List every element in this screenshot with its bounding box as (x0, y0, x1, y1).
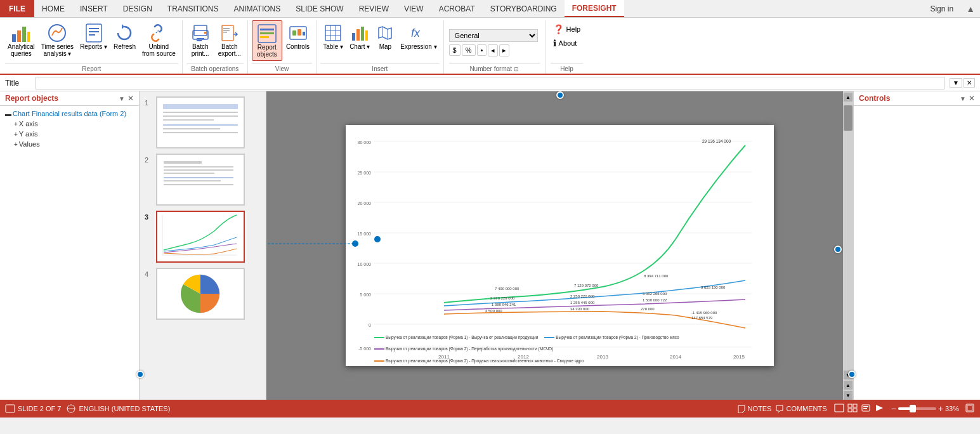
language-info: ENGLISH (UNITED STATES) (66, 404, 170, 414)
tab-design[interactable]: DESIGN (115, 0, 160, 17)
svg-rect-34 (361, 27, 364, 41)
controls-close-button[interactable]: ✕ (969, 94, 975, 103)
svg-text:9 625 150 000: 9 625 150 000 (701, 286, 726, 289)
tab-insert[interactable]: INSERT (72, 0, 115, 17)
batch-print-button[interactable]: Batch print... (186, 20, 214, 60)
svg-rect-27 (325, 25, 341, 41)
slide-item-4[interactable]: 4 (145, 268, 261, 320)
map-icon (376, 23, 394, 43)
slide-1-preview (159, 99, 242, 146)
tab-view[interactable]: VIEW (396, 0, 431, 17)
analytical-queries-button[interactable]: Analytical queries (5, 20, 37, 60)
slide-thumb-1[interactable] (156, 96, 245, 148)
table-button[interactable]: Table ▾ (320, 20, 346, 53)
slide-item-1[interactable]: 1 (145, 96, 261, 148)
comments-button[interactable]: COMMENTS (775, 404, 826, 413)
controls-button[interactable]: Controls (284, 20, 312, 53)
tab-animations[interactable]: ANIMATIONS (226, 0, 288, 17)
controls-dropdown-button[interactable]: ▼ (960, 95, 966, 102)
currency-button[interactable]: $ (449, 44, 461, 56)
zoom-out-button[interactable]: − (891, 404, 896, 414)
reports-button[interactable]: Reports ▾ (77, 20, 110, 53)
tree-collapse-yaxis[interactable]: + (14, 131, 18, 138)
svg-text:29 136 134 000: 29 136 134 000 (702, 139, 731, 143)
slide-3-preview (157, 212, 240, 259)
ribbon-collapse-button[interactable]: ▲ (961, 4, 980, 14)
report-objects-panel: Report objects ▼ ✕ ▬ Chart Financial res… (0, 91, 140, 400)
view-controls (833, 403, 885, 415)
report-objects-dropdown-button[interactable]: ▼ (119, 95, 125, 102)
map-button[interactable]: Map (374, 20, 396, 53)
report-objects-close-button[interactable]: ✕ (127, 94, 134, 103)
chart-button[interactable]: Chart ▾ (347, 20, 372, 53)
tree-item-values[interactable]: + Values (14, 139, 134, 149)
tree-item-yaxis[interactable]: + Y axis (14, 129, 134, 139)
scroll-page-up[interactable]: ▲ (844, 381, 853, 390)
slide-item-3[interactable]: 3 (145, 211, 261, 263)
svg-text:3 062 266 000: 3 062 266 000 (643, 292, 667, 296)
tree-collapse-chart[interactable]: ▬ (5, 110, 11, 117)
svg-text:270 000: 270 000 (641, 307, 655, 311)
about-button[interactable]: ℹ About (551, 37, 584, 49)
refresh-button[interactable]: Refresh (111, 20, 138, 53)
percent-button[interactable]: % (462, 44, 476, 56)
number-format-dropdown[interactable]: General (449, 29, 538, 42)
canvas-scrollbar[interactable]: ▲ ▼ ▲ ▼ (843, 91, 853, 400)
slide-2-preview (157, 155, 240, 202)
tree-item-xaxis[interactable]: + X axis (14, 119, 134, 129)
tab-foresight[interactable]: FORESIGHT (565, 0, 624, 17)
scroll-up-button[interactable]: ▲ (844, 93, 853, 102)
slide-thumb-3[interactable] (156, 211, 245, 263)
slide-thumb-4[interactable] (156, 268, 245, 320)
slide-item-2[interactable]: 2 (145, 154, 261, 206)
comma-button[interactable]: • (477, 44, 487, 56)
tab-storyboarding[interactable]: STORYBOARDING (483, 0, 565, 17)
report-objects-button[interactable]: Report objects (252, 20, 282, 61)
svg-rect-105 (848, 409, 852, 412)
tab-transitions[interactable]: TRANSITIONS (160, 0, 226, 17)
time-series-button[interactable]: Time series analysis ▾ (39, 20, 76, 60)
chart-icon (351, 23, 369, 43)
formula-input[interactable] (36, 78, 944, 88)
tab-slideshow[interactable]: SLIDE SHOW (288, 0, 351, 17)
tab-signin[interactable]: Sign in (922, 0, 961, 17)
slide-sorter-button[interactable] (847, 403, 858, 415)
comments-icon (775, 404, 784, 413)
batch-export-button[interactable]: Batch export... (216, 20, 244, 60)
tree-collapse-values[interactable]: + (14, 141, 18, 148)
svg-text:147 654 579: 147 654 579 (691, 316, 713, 320)
svg-rect-104 (853, 404, 857, 407)
formula-dropdown-button[interactable]: ▼ (950, 78, 962, 88)
reading-view-button[interactable] (860, 403, 872, 415)
scroll-page-down[interactable]: ▼ (844, 391, 853, 400)
fit-to-window-button[interactable] (965, 403, 975, 415)
zoom-slider[interactable] (898, 407, 936, 410)
tab-home[interactable]: HOME (34, 0, 72, 17)
svg-rect-99 (6, 405, 15, 412)
ribbon-content: Analytical queries Time series analysis … (0, 18, 980, 75)
increase-decimal-button[interactable]: ▸ (499, 44, 509, 56)
help-button[interactable]: ❓ Help (551, 23, 584, 36)
unbind-button[interactable]: Unbind from source (140, 20, 178, 60)
report-objects-actions: ▼ ✕ (119, 94, 134, 103)
slide-thumb-2[interactable] (156, 154, 245, 206)
expression-button[interactable]: fx Expression ▾ (398, 20, 439, 53)
main-canvas[interactable]: 30 000 25 000 20 000 15 000 10 000 5 000… (266, 91, 853, 400)
tree-item-chart[interactable]: ▬ Chart Financial results data (Form 2) (5, 109, 134, 119)
svg-text:30 000: 30 000 (358, 140, 372, 145)
scroll-thumb[interactable] (844, 105, 853, 131)
slideshow-button[interactable] (873, 403, 885, 415)
zoom-in-button[interactable]: + (938, 404, 943, 414)
tab-review[interactable]: REVIEW (351, 0, 396, 17)
svg-rect-3 (27, 32, 30, 42)
normal-view-button[interactable] (833, 403, 845, 415)
notes-button[interactable]: NOTES (737, 404, 772, 413)
tree-collapse-xaxis[interactable]: + (14, 121, 18, 128)
formula-close-button[interactable]: ✕ (964, 78, 975, 88)
chart-legend: Выручка от реализации товаров (Форма 1) … (374, 335, 768, 364)
tab-acrobat[interactable]: ACROBAT (431, 0, 483, 17)
svg-rect-6 (89, 28, 99, 29)
analytical-icon (11, 23, 31, 43)
decrease-decimal-button[interactable]: ◂ (488, 44, 498, 56)
tab-file[interactable]: FILE (0, 0, 34, 17)
